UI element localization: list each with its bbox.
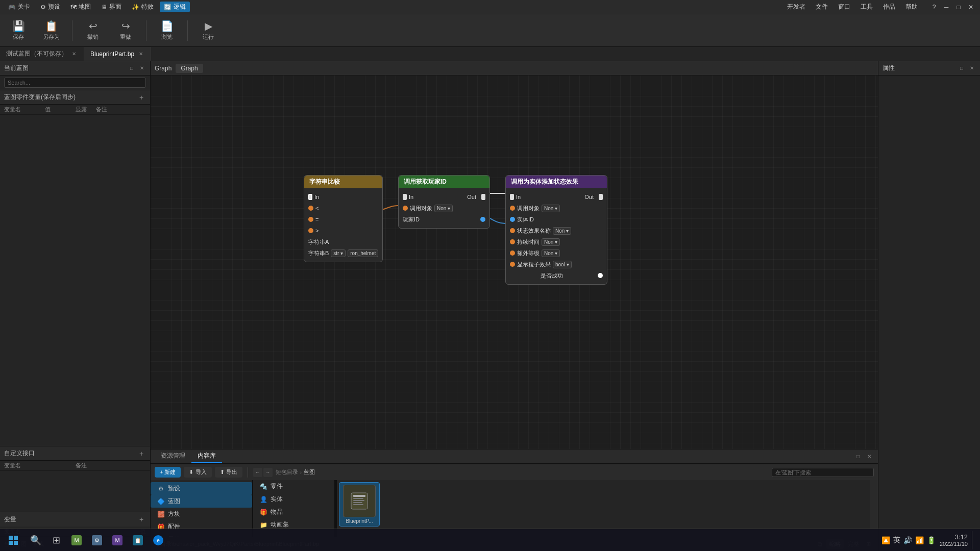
duration-dropdown[interactable]: Non ▾ [542,238,560,246]
nav-forward-button[interactable]: → [263,468,273,477]
menu-item-level[interactable]: 🎮 关卡 [4,2,34,12]
taskbar-app1[interactable]: M [67,531,86,549]
taskbar-search[interactable]: 🔍 [27,531,45,549]
start-button[interactable] [4,531,22,549]
menu-item-logic[interactable]: 🔄 逻辑 [160,2,190,12]
network-icon[interactable]: 📶 [915,536,924,544]
node-row: 调用对象 Non ▾ [399,203,489,214]
str-dropdown[interactable]: str ▾ [331,249,346,257]
svg-text:M: M [74,537,79,543]
bottom-nav-part2[interactable]: 🔩 零件 [253,480,334,493]
svg-rect-6 [9,536,13,540]
save-button[interactable]: 💾 保存 [6,18,31,43]
add-asset-button[interactable]: + 新建 [155,467,181,478]
menu-help[interactable]: 帮助 [902,2,921,12]
export-button[interactable]: ⬆ 导出 [215,467,242,478]
node-row: 显示粒子效果 bool ▾ [506,259,607,270]
node-add-status-effect[interactable]: 调用为实体添加状态效果 In Out 调用对象 Non ▾ [505,175,607,285]
add-interface-button[interactable]: + [137,449,146,458]
call-obj-dropdown3[interactable]: Non ▾ [542,205,560,212]
import-button[interactable]: ⬇ 导入 [184,467,211,478]
in-exec-pin3 [510,194,514,200]
add-variable2-button[interactable]: + [137,515,146,524]
left-panel-float-button[interactable]: □ [128,64,136,72]
bottom-toolbar: + 新建 ⬇ 导入 ⬆ 导出 ← → 短包目录 › 蓝图 [151,464,878,480]
right-panel-close-button[interactable]: ✕ [968,64,976,72]
node-row: In Out [506,191,607,203]
taskbar-clock[interactable]: 3:12 2022/11/10 [940,533,968,547]
maximize-button[interactable]: □ [953,2,964,12]
undo-button[interactable]: ↩ 撤销 [81,18,105,43]
node-string-compare[interactable]: 字符串比较 In < = [304,175,383,262]
search-input[interactable] [4,78,146,88]
close-button[interactable]: ✕ [966,2,976,12]
tab-asset-manager[interactable]: 资源管理 [155,449,191,463]
taskbar-browser[interactable]: e [149,531,167,549]
content-search-input[interactable] [772,468,874,477]
variables2-header: 变量 + [0,512,150,527]
tab-test-blueprint[interactable]: 测试蓝图（不可保存） ✕ [0,47,84,61]
call-obj-dropdown[interactable]: Non ▾ [434,205,453,212]
run-button[interactable]: ▶ 运行 [196,18,220,43]
show-particle-dropdown[interactable]: bool ▾ [553,261,572,268]
save-as-button[interactable]: 📋 另存为 [39,18,64,43]
redo-button[interactable]: ↪ 重做 [113,18,138,43]
breadcrumb-root[interactable]: 短包目录 [276,468,298,476]
menu-file[interactable]: 文件 [813,2,831,12]
bottom-nav-preset[interactable]: ⚙ 预设 [151,482,252,495]
menu-developer[interactable]: 开发者 [784,2,808,12]
save-icon: 💾 [12,20,25,32]
svg-rect-5 [353,504,363,505]
taskbar-app2[interactable]: ⚙ [88,531,106,549]
duration-pin [510,239,515,244]
left-panel-close-button[interactable]: ✕ [138,64,146,72]
bottom-nav-entity[interactable]: 👤 实体 [253,493,334,506]
add-variable-button[interactable]: + [137,93,146,102]
graph-tab[interactable]: Graph [176,64,203,73]
menu-item-map[interactable]: 🗺 地图 [66,2,95,12]
str-value[interactable]: ron_helmet [348,249,378,257]
blueprint-nav-icon: 🔷 [157,497,165,506]
minimize-button[interactable]: ─ [941,2,951,12]
show-desktop-button[interactable] [972,531,976,549]
menu-works[interactable]: 作品 [880,2,898,12]
bottom-panel-float-button[interactable]: □ [853,452,863,461]
tab-close-2[interactable]: ✕ [137,51,144,57]
menu-item-preset[interactable]: ⚙ 预设 [36,2,64,12]
graph-area[interactable]: 字符串比较 In < = [151,76,878,449]
bottom-panel-close-button[interactable]: ✕ [865,452,874,461]
tab-content-library[interactable]: 内容库 [191,449,222,463]
node-string-compare-header: 字符串比较 [304,176,382,188]
tab-blueprint-part[interactable]: BlueprintPart.bp ✕ [84,47,151,61]
node-row: 额外等级 Non ▾ [506,247,607,259]
menu-window[interactable]: 窗口 [835,2,853,12]
menu-tools[interactable]: 工具 [857,2,876,12]
extra-level-dropdown[interactable]: Non ▾ [542,249,560,257]
node-get-player-id[interactable]: 调用获取玩家ID In Out 调用对象 Non ▾ [398,175,490,229]
right-panel-float-button[interactable]: □ [958,64,966,72]
menu-item-effects[interactable]: ✨ 特效 [128,2,158,12]
menu-item-ui[interactable]: 🖥 界面 [97,2,126,12]
nav-back-button[interactable]: ← [253,468,262,477]
battery-icon[interactable]: 🔋 [927,536,936,544]
out-exec-pin2 [481,194,485,200]
asset-item-blueprint[interactable]: BlueprintP... [339,482,380,527]
show-hidden-icons[interactable]: 🔼 [881,536,890,544]
effect-name-dropdown[interactable]: Non ▾ [553,227,571,235]
svg-text:M: M [115,537,119,543]
taskbar-app4[interactable]: 📋 [129,531,147,549]
tab-close-1[interactable]: ✕ [70,51,78,57]
taskbar-app3[interactable]: M [108,531,127,549]
breadcrumb-current[interactable]: 蓝图 [304,468,315,476]
volume-icon[interactable]: 🔊 [903,536,912,544]
bottom-nav-goods[interactable]: 🎁 物品 [253,506,334,518]
browse-button[interactable]: 📄 浏览 [155,18,179,43]
bottom-nav-blueprint[interactable]: 🔷 蓝图 [151,495,252,508]
entity-nav-icon: 👤 [259,495,267,504]
help-button[interactable]: ? [929,2,939,12]
bottom-nav-block[interactable]: 🧱 方块 [151,508,252,520]
taskbar-widgets[interactable]: ⊞ [47,531,65,549]
taskbar-right: 🔼 英 🔊 📶 🔋 3:12 2022/11/10 [881,531,976,549]
entity-id-pin [510,217,515,222]
language-icon[interactable]: 英 [893,536,900,545]
